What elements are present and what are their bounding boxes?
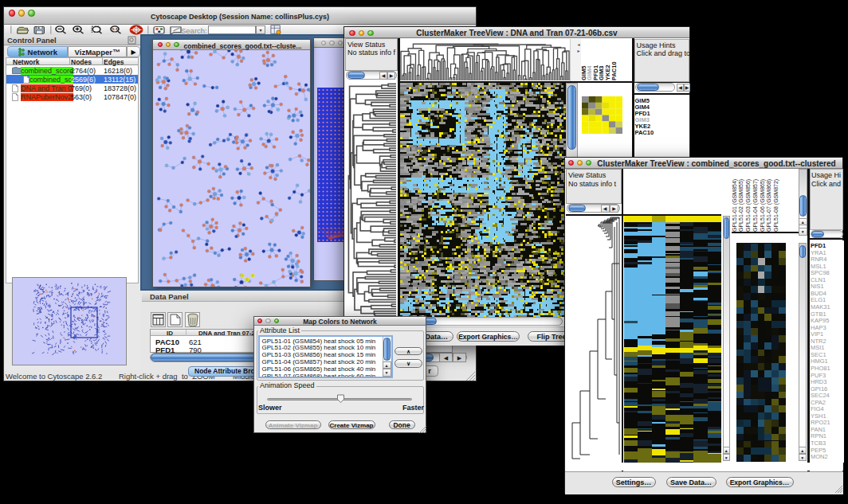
svg-text:1:1: 1:1 [112,28,118,31]
